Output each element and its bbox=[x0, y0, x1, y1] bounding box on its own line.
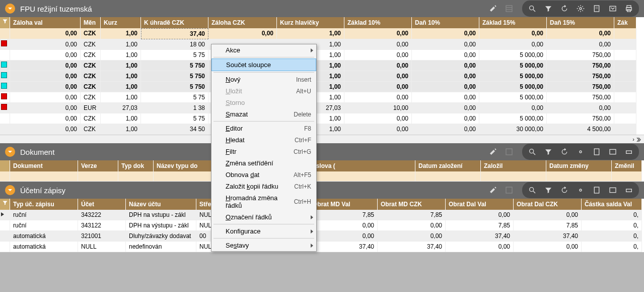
column-header[interactable]: Typ úč. zápisu bbox=[10, 199, 78, 210]
grid-icon[interactable] bbox=[502, 183, 516, 197]
grid-cell[interactable] bbox=[481, 171, 546, 182]
grid-cell[interactable]: 750,00 bbox=[547, 61, 614, 71]
export-icon[interactable] bbox=[606, 2, 620, 16]
row-marker[interactable] bbox=[0, 124, 10, 135]
gear-icon[interactable] bbox=[574, 2, 588, 16]
context-menu-item[interactable]: Akce bbox=[211, 44, 316, 56]
context-menu-item[interactable]: Označení řádků bbox=[211, 211, 316, 223]
column-header[interactable]: Kurz bbox=[101, 17, 141, 28]
grid-cell[interactable]: CZK bbox=[81, 124, 101, 135]
row-marker[interactable] bbox=[0, 82, 10, 92]
grid-cell[interactable] bbox=[614, 103, 636, 113]
context-menu[interactable]: AkceSoučet sloupceNovýInsertUložitAlt+US… bbox=[211, 44, 317, 252]
grid-cell[interactable]: 0,00 bbox=[479, 28, 547, 39]
grid-cell[interactable]: 750,00 bbox=[547, 50, 614, 61]
grid-cell[interactable]: 0,00 bbox=[514, 242, 582, 252]
grid-cell[interactable] bbox=[0, 171, 10, 182]
column-header[interactable]: Založil bbox=[481, 160, 546, 171]
grid-cell[interactable]: CZK bbox=[81, 92, 101, 103]
grid-cell[interactable] bbox=[118, 171, 154, 182]
column-header[interactable]: Účet bbox=[78, 199, 126, 210]
search-icon[interactable] bbox=[525, 2, 539, 16]
grid-cell[interactable]: 5 000,00 bbox=[479, 61, 547, 71]
column-header[interactable]: Název účtu bbox=[126, 199, 196, 210]
grid-cell[interactable]: 0,00 bbox=[412, 50, 479, 61]
grid-cell[interactable]: 5 000,00 bbox=[479, 92, 547, 103]
search-icon[interactable] bbox=[525, 145, 539, 159]
print-icon[interactable] bbox=[622, 2, 636, 16]
column-header[interactable]: Dokument bbox=[10, 160, 78, 171]
grid-cell[interactable] bbox=[612, 171, 642, 182]
grid-cell[interactable]: 37,40 bbox=[310, 242, 378, 252]
grid-cell[interactable]: 37,40 bbox=[378, 242, 446, 252]
grid-cell[interactable]: 0,00 bbox=[344, 113, 412, 124]
grid-cell[interactable]: 0,00 bbox=[344, 28, 412, 39]
refresh-icon[interactable] bbox=[557, 145, 571, 159]
column-header[interactable]: Kurz hlavičky bbox=[277, 17, 344, 28]
row-marker[interactable] bbox=[0, 71, 10, 82]
grid-cell[interactable]: 37,40 bbox=[446, 231, 514, 242]
grid-cell[interactable]: 0, bbox=[582, 210, 642, 220]
grid-cell[interactable]: 0,00 bbox=[412, 28, 479, 39]
grid-cell[interactable] bbox=[78, 171, 118, 182]
grid-cell[interactable] bbox=[614, 61, 636, 71]
column-header[interactable]: Měn bbox=[81, 17, 101, 28]
grid-cell[interactable]: 0,00 bbox=[310, 220, 378, 231]
grid-cell[interactable] bbox=[614, 39, 636, 50]
grid-fpu[interactable]: Záloha valMěnKurzK úhradě CZKZáloha CZKK… bbox=[0, 17, 644, 135]
grid-cell[interactable]: 1,00 bbox=[101, 71, 141, 82]
grid-cell[interactable]: CZK bbox=[81, 82, 101, 92]
grid-cell[interactable]: 0,00 bbox=[10, 71, 81, 82]
grid-icon[interactable] bbox=[502, 2, 516, 16]
filter-icon[interactable] bbox=[541, 145, 555, 159]
grid-cell[interactable] bbox=[614, 113, 636, 124]
column-header[interactable]: Datum založení bbox=[415, 160, 481, 171]
grid-cell[interactable]: 1,00 bbox=[101, 61, 141, 71]
refresh-icon[interactable] bbox=[557, 183, 571, 197]
column-header[interactable]: Obrat MD CZK bbox=[378, 199, 446, 210]
export-icon[interactable] bbox=[606, 183, 620, 197]
context-menu-item[interactable]: HledatCtrl+F bbox=[211, 134, 316, 146]
grid-cell[interactable] bbox=[614, 92, 636, 103]
grid-cell[interactable] bbox=[305, 171, 415, 182]
grid-cell[interactable]: 0,00 bbox=[378, 231, 446, 242]
grid-cell[interactable]: 0,00 bbox=[10, 82, 81, 92]
grid-cell[interactable]: NULL bbox=[78, 242, 126, 252]
document-icon[interactable] bbox=[590, 2, 604, 16]
grid-cell[interactable]: 343222 bbox=[78, 210, 126, 220]
grid-cell[interactable]: EUR bbox=[81, 103, 101, 113]
context-menu-item[interactable]: NovýInsert bbox=[211, 74, 316, 85]
grid-cell[interactable]: 7,85 bbox=[446, 220, 514, 231]
collapse-button[interactable] bbox=[5, 147, 15, 157]
grid-cell[interactable]: 0,00 bbox=[547, 103, 614, 113]
column-header[interactable]: Datum změny bbox=[546, 160, 612, 171]
grid-cell[interactable]: 0,00 bbox=[412, 124, 479, 135]
context-menu-item[interactable]: Konfigurace bbox=[211, 225, 316, 237]
grid-cell[interactable]: 7,85 bbox=[514, 220, 582, 231]
grid-cell[interactable] bbox=[415, 171, 481, 182]
grid-cell[interactable]: 1,00 bbox=[277, 28, 344, 39]
filter-column[interactable] bbox=[0, 160, 10, 171]
grid-cell[interactable]: ruční bbox=[10, 220, 78, 231]
gear-icon[interactable] bbox=[574, 183, 588, 197]
column-header[interactable]: vá slova ( bbox=[305, 160, 415, 171]
print-icon[interactable] bbox=[622, 183, 636, 197]
context-menu-item[interactable]: Změna setřídění bbox=[211, 157, 316, 169]
column-header[interactable]: Záloha CZK bbox=[208, 17, 277, 28]
column-header[interactable]: K úhradě CZK bbox=[141, 17, 208, 28]
grid-cell[interactable]: 4 500,00 bbox=[547, 124, 614, 135]
grid-cell[interactable] bbox=[614, 28, 636, 39]
grid-cell[interactable]: 750,00 bbox=[547, 82, 614, 92]
grid-cell[interactable]: 5 750 bbox=[141, 61, 208, 71]
grid-cell[interactable] bbox=[614, 71, 636, 82]
grid-cell[interactable] bbox=[614, 124, 636, 135]
refresh-icon[interactable] bbox=[557, 2, 571, 16]
grid-cell[interactable]: 1,00 bbox=[101, 28, 141, 39]
grid-cell[interactable]: nedefinován bbox=[126, 242, 196, 252]
column-header[interactable]: Záloha val bbox=[10, 17, 81, 28]
grid-cell[interactable]: 1 38 bbox=[141, 103, 208, 113]
grid-cell[interactable]: 37,40 bbox=[141, 28, 208, 39]
grid-cell[interactable]: 5 75 bbox=[141, 92, 208, 103]
row-marker[interactable] bbox=[0, 210, 10, 220]
grid-cell[interactable]: CZK bbox=[81, 50, 101, 61]
